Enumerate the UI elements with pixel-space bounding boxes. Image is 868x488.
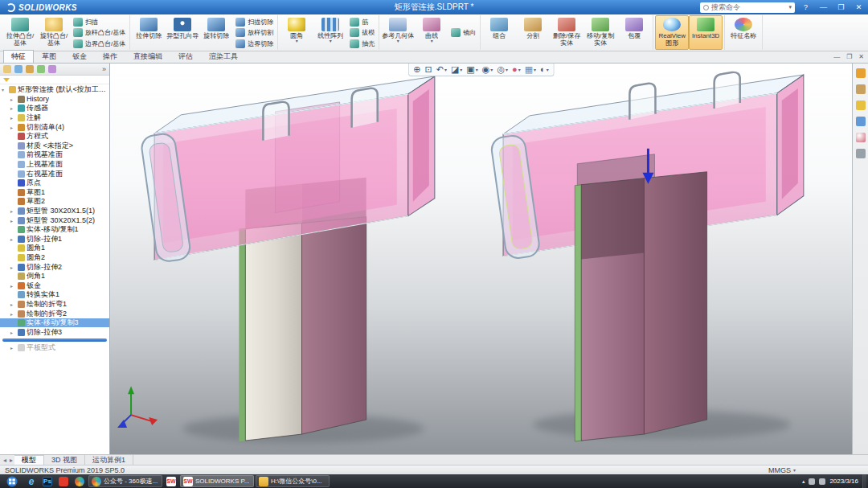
tree-expand-caret[interactable]: ▸ (10, 96, 16, 102)
view-toolbar-button[interactable]: ● ▾ (510, 65, 522, 74)
tree-item[interactable]: 实体-移动/复制1 (0, 225, 109, 235)
view-palette-icon[interactable] (856, 117, 866, 126)
tree-item[interactable]: 圆角2 (0, 253, 109, 263)
dropdown-caret-icon[interactable]: ▾ (518, 67, 521, 72)
tree-expand-caret[interactable]: ▸ (10, 208, 16, 214)
command-tab[interactable]: 特征 (3, 50, 34, 63)
panel-expand-button[interactable]: » (102, 65, 106, 73)
tree-item[interactable]: 转换实体1 (0, 290, 109, 300)
tree-item[interactable]: 材质 <未指定> (0, 141, 109, 151)
dropdown-caret-icon[interactable]: ▾ (460, 67, 462, 72)
taskbar-button[interactable] (72, 475, 87, 487)
tree-item[interactable]: 前视基准面 (0, 150, 109, 160)
tree-item[interactable]: ▸ 切除-拉伸1 (0, 235, 109, 244)
dropdown-caret-icon[interactable]: ▾ (397, 39, 399, 43)
tree-item[interactable]: ▸ 钣金 (0, 281, 109, 290)
tree-item[interactable]: 草图2 (0, 197, 109, 207)
dropdown-caret-icon[interactable]: ▾ (296, 39, 298, 43)
tree-expand-caret[interactable]: ▸ (10, 311, 16, 317)
show-desktop-button[interactable] (862, 474, 866, 488)
tree-item[interactable]: 圆角1 (0, 244, 109, 253)
appearances-icon[interactable] (856, 133, 866, 142)
tree-filter-bar[interactable] (0, 76, 109, 84)
ribbon-small-button[interactable]: 边界凸台/基体 (71, 39, 128, 49)
taskbar-button[interactable]: SW (164, 475, 178, 487)
close-button[interactable]: ✕ (852, 2, 866, 13)
tab-scroll-left-icon[interactable]: ◂ (2, 457, 8, 464)
tree-item[interactable]: ▸ 绘制的折弯1 (0, 300, 109, 310)
tree-item[interactable]: ▸ 切除-拉伸2 (0, 262, 109, 272)
view-toolbar-button[interactable]: ▦ ▾ (523, 65, 538, 74)
left-model[interactable] (140, 76, 434, 441)
graphics-viewport[interactable]: ⊕ ▾ ⊡ ▾ ↶ ▾ ◪ ▾ ▣ ▾ ◉ (110, 64, 852, 454)
ribbon-small-button[interactable]: 抽壳 (347, 39, 377, 49)
taskbar-button[interactable]: H:\微信公众号\0... (256, 475, 330, 487)
command-tab[interactable]: 钣金 (64, 50, 95, 63)
tree-expand-caret[interactable]: ▸ (10, 105, 16, 111)
dropdown-caret-icon[interactable]: ▾ (431, 39, 433, 43)
tree-expand-caret[interactable]: ▸ (10, 283, 16, 289)
ribbon-small-button[interactable]: 放样凸台/基体 (71, 27, 128, 38)
tree-expand-caret[interactable]: ▾ (2, 87, 7, 92)
model-tab[interactable]: 3D 视图 (44, 455, 85, 465)
search-caret-icon[interactable]: ▾ (788, 4, 792, 10)
dropdown-caret-icon[interactable]: ▾ (490, 67, 493, 72)
taskbar-button[interactable] (56, 475, 71, 487)
displaymanager-tab-icon[interactable] (48, 65, 56, 73)
ribbon-small-button[interactable]: 放样切割 (233, 27, 276, 38)
search-input[interactable] (711, 3, 786, 12)
tree-item[interactable]: ▸ 矩型管 30X20X1.5(2) (0, 215, 109, 225)
model-tab[interactable]: 运动算例1 (85, 455, 133, 465)
dimxpertmanager-tab-icon[interactable] (37, 65, 45, 73)
dropdown-caret-icon[interactable]: ▾ (547, 67, 549, 72)
tree-item[interactable] (2, 338, 107, 342)
tray-icon[interactable] (809, 478, 815, 485)
command-tab[interactable]: 操作 (95, 50, 125, 63)
sw-resources-icon[interactable] (856, 68, 866, 78)
ribbon-button[interactable]: 拉伸切除 ▾ (132, 15, 166, 50)
minimize-button[interactable]: — (817, 2, 830, 13)
start-button[interactable] (2, 475, 23, 487)
tray-expand-icon[interactable]: ▴ (802, 478, 805, 485)
ribbon-small-button[interactable]: 拔模 (347, 27, 377, 38)
view-toolbar-button[interactable]: ▣ ▾ (465, 65, 479, 74)
ribbon-small-button[interactable]: 镜向 (448, 27, 478, 38)
tree-item[interactable]: ▸ 注解 (0, 113, 109, 123)
ribbon-button[interactable]: 删除/保存实体 ▾ (550, 15, 583, 50)
ribbon-small-button[interactable]: 扫描 (71, 17, 128, 27)
dropdown-caret-icon[interactable]: ▾ (476, 67, 478, 72)
ribbon-button[interactable]: 包覆 ▾ (617, 15, 651, 50)
tree-item[interactable]: ▸ 切除-拉伸3 (0, 327, 109, 337)
tree-expand-caret[interactable]: ▸ (10, 115, 16, 121)
propertymanager-tab-icon[interactable] (14, 65, 23, 73)
view-toolbar-button[interactable]: ⊕ ▾ (411, 65, 422, 74)
tray-icon[interactable] (819, 478, 825, 485)
tree-item[interactable]: ▸ 绘制的折弯2 (0, 309, 109, 318)
command-tab[interactable]: 渲染工具 (201, 50, 246, 63)
ribbon-button[interactable]: RealView图形 ▾ (655, 15, 689, 50)
units-selector[interactable]: MMGS ▾ (768, 466, 796, 474)
view-toolbar-button[interactable]: ◪ ▾ (449, 65, 464, 74)
ribbon-button[interactable]: 异型孔向导 ▾ (166, 15, 199, 50)
tree-item[interactable]: ▸ History (0, 95, 109, 105)
doc-minimize-button[interactable]: — (833, 53, 840, 60)
dropdown-caret-icon[interactable]: ▾ (506, 67, 508, 72)
clock-date[interactable]: 2023/3/16 (829, 478, 858, 485)
ribbon-small-button[interactable]: 筋 (347, 17, 377, 27)
ribbon-button[interactable]: 特征名称 ▾ (727, 15, 760, 50)
configurationmanager-tab-icon[interactable] (26, 65, 34, 73)
command-tab[interactable]: 评估 (170, 50, 201, 63)
tree-item[interactable]: ▸ 矩型管 30X20X1.5(1) (0, 207, 109, 216)
tab-scroll-right-icon[interactable]: ▸ (8, 457, 14, 464)
tree-expand-caret[interactable]: ▸ (10, 236, 16, 242)
ribbon-button[interactable]: 参考几何体 ▾ (381, 15, 415, 50)
ribbon-button[interactable]: 圆角 ▾ (280, 15, 313, 50)
tree-item[interactable]: 草图1 (0, 188, 109, 198)
tree-item[interactable]: ▸ 切割清单(4) (0, 122, 109, 132)
custom-properties-icon[interactable] (856, 149, 866, 158)
dropdown-caret-icon[interactable]: ▾ (330, 39, 332, 43)
tree-item[interactable]: 原点 (0, 178, 109, 188)
ribbon-button[interactable]: 旋转切除 ▾ (199, 15, 233, 50)
taskbar-button[interactable]: 公众号 - 360极速... (88, 475, 162, 487)
tree-expand-caret[interactable]: ▸ (10, 218, 16, 223)
